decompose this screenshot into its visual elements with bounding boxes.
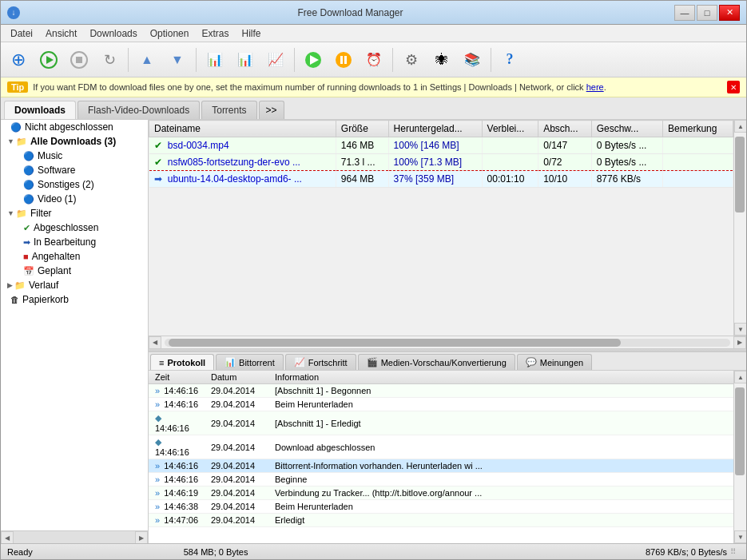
log-time: » 14:46:16: [149, 384, 205, 398]
tree-item-alle-downloads[interactable]: ▼ 📁 Alle Downloads (3): [1, 134, 148, 149]
svg-point-6: [336, 52, 352, 68]
menu-downloads[interactable]: Downloads: [83, 26, 143, 41]
log-vscroll-down[interactable]: ▼: [734, 530, 746, 543]
col-header-note[interactable]: Bemerkung: [663, 121, 733, 137]
pause-button[interactable]: [329, 46, 358, 74]
row-downloaded: 37% [359 MB]: [388, 171, 482, 188]
vscroll-down[interactable]: ▼: [734, 323, 746, 336]
vscroll-up[interactable]: ▲: [734, 120, 746, 133]
tab-fortschritt[interactable]: 📈 Fortschritt: [285, 354, 356, 370]
col-header-size[interactable]: Größe: [336, 121, 388, 137]
log-vscroll-thumb[interactable]: [735, 387, 745, 475]
left-scroll-track[interactable]: [14, 531, 135, 543]
log-row: » 14:46:19 29.04.2014 Verbindung zu Trac…: [149, 487, 733, 500]
tip-link[interactable]: here: [586, 82, 604, 92]
log-date: 29.04.2014: [205, 435, 268, 459]
hscroll-left[interactable]: ◀: [149, 336, 161, 349]
menu-optionen[interactable]: Optionen: [144, 26, 196, 41]
left-panel: 🔵 Nicht abgeschlossen ▼ 📁 Alle Downloads…: [1, 120, 149, 543]
tree-item-music[interactable]: 🔵 Music: [1, 149, 148, 163]
chart-button2[interactable]: 📊: [231, 46, 260, 74]
start-button[interactable]: [34, 46, 63, 74]
maximize-button[interactable]: □: [697, 5, 717, 21]
tree-item-sonstiges[interactable]: 🔵 Sonstiges (2): [1, 177, 148, 192]
tree-item-papierkorb[interactable]: 🗑 Papierkorb: [1, 292, 148, 307]
stack-button[interactable]: 📚: [458, 46, 487, 74]
download-row[interactable]: ✔ nsfw085-fortsetzung-der-evo ... 71.3 l…: [149, 154, 733, 171]
log-vscroll-track[interactable]: [734, 383, 746, 530]
log-row: » 14:46:16 29.04.2014 Bittorrent-Informa…: [149, 459, 733, 473]
tab-downloads[interactable]: Downloads: [4, 101, 76, 119]
row-speed: 0 Bytes/s ...: [591, 154, 662, 171]
log-col-zeit[interactable]: Zeit: [149, 371, 205, 384]
separator2: [196, 48, 197, 72]
bottom-panel: ≡ Protokoll 📊 Bittorrent 📈 Fortschritt: [149, 351, 746, 543]
tip-close-button[interactable]: ✕: [727, 81, 740, 93]
tree-item-angehalten[interactable]: ■ Angehalten: [1, 249, 148, 264]
minimize-button[interactable]: —: [674, 5, 695, 21]
tab-flash-video[interactable]: Flash-Video-Downloads: [77, 101, 200, 119]
left-scroll-right[interactable]: ▶: [135, 531, 148, 543]
play-green-button[interactable]: [299, 46, 328, 74]
alarm-button[interactable]: ⏰: [360, 46, 388, 74]
menu-datei[interactable]: Datei: [4, 26, 39, 41]
menu-ansicht[interactable]: Ansicht: [39, 26, 83, 41]
tab-protokoll[interactable]: ≡ Protokoll: [150, 354, 214, 370]
tree-item-abgeschlossen[interactable]: ✔ Abgeschlossen: [1, 220, 148, 235]
tab-more[interactable]: >>: [259, 101, 284, 119]
menu-hilfe[interactable]: Hilfe: [235, 26, 267, 41]
hscroll-thumb[interactable]: [169, 339, 621, 347]
col-header-pieces[interactable]: Absch...: [538, 121, 592, 137]
tree-item-verlauf[interactable]: ▶ 📁 Verlauf: [1, 278, 148, 292]
svg-marker-1: [46, 56, 54, 64]
log-col-info[interactable]: Information: [268, 371, 733, 384]
down-button[interactable]: ▼: [163, 46, 192, 74]
log-row: » 14:46:16 29.04.2014 Beginne: [149, 473, 733, 487]
protokoll-icon: ≡: [159, 358, 164, 367]
col-header-name[interactable]: Dateiname: [149, 121, 336, 137]
log-vscroll-up[interactable]: ▲: [734, 371, 746, 383]
tab-medien-vorschau[interactable]: 🎬 Medien-Vorschau/Konvertierung: [358, 354, 515, 370]
download-row[interactable]: ✔ bsd-0034.mp4 146 MB 100% [146 MB] 0/14…: [149, 137, 733, 154]
chart-button3[interactable]: 📈: [261, 46, 290, 74]
refresh-button[interactable]: ↻: [95, 46, 124, 74]
tab-torrents[interactable]: Torrents: [201, 101, 256, 119]
close-button[interactable]: ✕: [719, 5, 740, 21]
tab-bittorrent[interactable]: 📊 Bittorrent: [216, 354, 284, 370]
up-button[interactable]: ▲: [133, 46, 161, 74]
settings-button[interactable]: ⚙: [397, 46, 426, 74]
vscroll-track[interactable]: [734, 133, 746, 323]
stop-button[interactable]: [65, 46, 93, 74]
tree-item-filter[interactable]: ▼ 📁 Filter: [1, 206, 148, 220]
tab-meinungen[interactable]: 💬 Meinungen: [517, 354, 592, 370]
left-scroll-left[interactable]: ◀: [1, 531, 14, 543]
content-area: 🔵 Nicht abgeschlossen ▼ 📁 Alle Downloads…: [1, 120, 746, 543]
col-header-speed[interactable]: Geschw...: [591, 121, 662, 137]
download-row[interactable]: ➡ ubuntu-14.04-desktop-amd6- ... 964 MB …: [149, 171, 733, 188]
spider-button[interactable]: 🕷: [427, 46, 456, 74]
resize-grip[interactable]: ⠿: [730, 547, 740, 557]
add-button[interactable]: ⊕: [4, 46, 33, 74]
tree-item-software[interactable]: 🔵 Software: [1, 163, 148, 177]
app-icon: ↓: [7, 6, 20, 19]
hscroll-right[interactable]: ▶: [733, 336, 746, 349]
tree-item-video[interactable]: 🔵 Video (1): [1, 192, 148, 206]
window-title: Free Download Manager: [26, 7, 674, 18]
log-info: Download abgeschlossen: [268, 435, 733, 459]
vscroll-thumb[interactable]: [735, 137, 745, 212]
log-icon: »: [155, 386, 160, 395]
tree-item-nicht-abgeschlossen[interactable]: 🔵 Nicht abgeschlossen: [1, 120, 148, 134]
log-row: ◆ 14:46:16 29.04.2014 [Abschnitt 1] - Er…: [149, 411, 733, 435]
log-time: » 14:46:16: [149, 398, 205, 411]
col-header-remaining[interactable]: Verblei...: [482, 121, 538, 137]
menu-extras[interactable]: Extras: [195, 26, 235, 41]
chart-button1[interactable]: 📊: [201, 46, 229, 74]
log-col-datum[interactable]: Datum: [205, 371, 268, 384]
col-header-downloaded[interactable]: Heruntergelad...: [388, 121, 482, 137]
tree-item-geplant[interactable]: 📅 Geplant: [1, 264, 148, 278]
tree-item-in-bearbeitung[interactable]: ➡ In Bearbeitung: [1, 235, 148, 249]
hscroll-track[interactable]: [165, 339, 730, 347]
fortschritt-icon: 📈: [294, 357, 305, 367]
help-button[interactable]: ?: [495, 46, 524, 74]
status-icon: ➡: [154, 173, 162, 185]
